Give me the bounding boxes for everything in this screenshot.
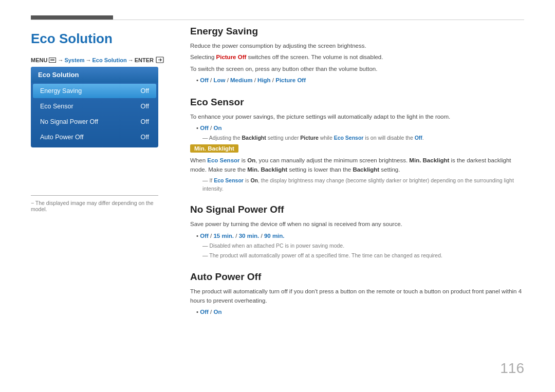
menu-arrow1: → bbox=[58, 57, 63, 63]
min-backlight-desc1: When Eco Sensor is On, you can manually … bbox=[190, 156, 524, 175]
auto-power-off-para1: The product will automatically turn off … bbox=[190, 287, 524, 306]
note-divider bbox=[31, 195, 158, 196]
menu-item-eco-sensor[interactable]: Eco Sensor Off bbox=[33, 99, 156, 114]
section-title-no-signal: No Signal Power Off bbox=[190, 204, 524, 215]
eco-sensor-para1: To enhance your power savings, the pictu… bbox=[190, 112, 524, 121]
menu-item-label: Energy Saving bbox=[40, 87, 82, 95]
menu-item-value: Off bbox=[141, 118, 149, 125]
menu-item-auto-power-off[interactable]: Auto Power Off Off bbox=[33, 130, 156, 144]
menu-item-value: Off bbox=[141, 103, 149, 110]
menu-panel-title: Eco Solution bbox=[31, 67, 158, 83]
no-signal-para1: Save power by turning the device off whe… bbox=[190, 219, 524, 229]
section-title-eco-sensor: Eco Sensor bbox=[190, 97, 524, 108]
menu-path: MENU → System → Eco Solution → ENTER bbox=[31, 57, 164, 63]
menu-panel: Eco Solution Energy Saving Off Eco Senso… bbox=[31, 67, 158, 147]
note-text: The displayed image may differ depending… bbox=[31, 200, 158, 212]
eco-sensor-note1: Adjusting the Backlight setting under Pi… bbox=[197, 134, 524, 142]
no-signal-bullet: Off / 15 min. / 30 min. / 90 min. bbox=[196, 231, 524, 240]
menu-keyword: MENU bbox=[31, 57, 47, 63]
min-backlight-note: If Eco Sensor is On, the display brightn… bbox=[197, 177, 524, 193]
menu-item-no-signal-power-off[interactable]: No Signal Power Off Off bbox=[33, 115, 156, 129]
section-title-energy-saving: Energy Saving bbox=[190, 26, 524, 37]
menu-icon bbox=[49, 58, 56, 63]
note-section: The displayed image may differ depending… bbox=[31, 195, 158, 212]
energy-saving-para2: Selecting Picture Off switches off the s… bbox=[190, 52, 524, 62]
menu-eco-solution: Eco Solution bbox=[92, 57, 127, 63]
menu-arrow3: → bbox=[128, 57, 134, 63]
top-bar bbox=[31, 15, 113, 20]
energy-saving-para3: To switch the screen on, press any butto… bbox=[190, 64, 524, 73]
no-signal-note2: The product will automatically power off… bbox=[197, 252, 524, 260]
menu-item-value: Off bbox=[141, 134, 149, 141]
energy-saving-bullet: Off / Low / Medium / High / Picture Off bbox=[196, 76, 524, 85]
min-backlight-badge: Min. Backlight bbox=[190, 144, 238, 153]
eco-sensor-bullet: Off / On bbox=[196, 123, 524, 133]
section-energy-saving: Energy Saving Reduce the power consumpti… bbox=[190, 26, 524, 85]
enter-icon bbox=[156, 57, 164, 63]
menu-item-label: No Signal Power Off bbox=[40, 118, 98, 125]
menu-system: System bbox=[64, 57, 84, 63]
top-line bbox=[31, 20, 524, 20]
menu-item-energy-saving[interactable]: Energy Saving Off bbox=[33, 84, 156, 98]
menu-item-label: Auto Power Off bbox=[40, 134, 84, 141]
no-signal-note1: Disabled when an attached PC is in power… bbox=[197, 242, 524, 250]
section-title-auto-power-off: Auto Power Off bbox=[190, 271, 524, 283]
section-no-signal-power-off: No Signal Power Off Save power by turnin… bbox=[190, 204, 524, 259]
auto-power-off-bullet: Off / On bbox=[196, 307, 524, 316]
menu-item-label: Eco Sensor bbox=[40, 103, 73, 110]
menu-arrow2: → bbox=[86, 57, 91, 63]
menu-enter: ENTER bbox=[135, 57, 154, 63]
page-title: Eco Solution bbox=[31, 31, 113, 47]
section-eco-sensor: Eco Sensor To enhance your power savings… bbox=[190, 97, 524, 193]
right-content: Energy Saving Reduce the power consumpti… bbox=[190, 26, 524, 328]
section-auto-power-off: Auto Power Off The product will automati… bbox=[190, 271, 524, 317]
energy-saving-para1: Reduce the power consumption by adjustin… bbox=[190, 41, 524, 50]
page-number: 116 bbox=[500, 360, 524, 377]
menu-item-value: Off bbox=[141, 87, 149, 95]
